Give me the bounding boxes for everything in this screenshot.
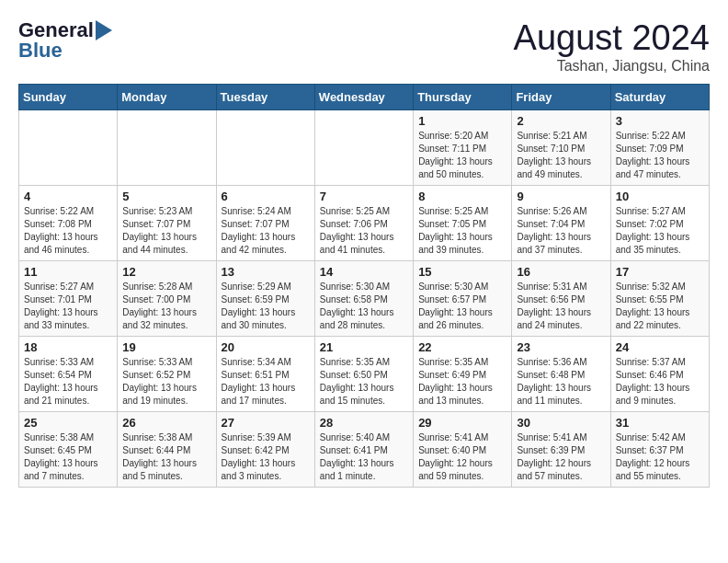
day-number: 7 [320,190,408,203]
day-info: Sunrise: 5:27 AM Sunset: 7:01 PM Dayligh… [24,281,112,332]
day-info: Sunrise: 5:24 AM Sunset: 7:07 PM Dayligh… [222,205,310,257]
logo-arrow-icon [96,20,112,40]
day-number: 29 [418,416,506,430]
calendar-cell: 2Sunrise: 5:21 AM Sunset: 7:10 PM Daylig… [512,110,610,186]
calendar-cell: 24Sunrise: 5:37 AM Sunset: 6:46 PM Dayli… [610,337,709,412]
calendar-cell: 3Sunrise: 5:22 AM Sunset: 7:09 PM Daylig… [610,110,709,186]
day-number: 20 [222,340,310,354]
calendar-cell: 23Sunrise: 5:36 AM Sunset: 6:48 PM Dayli… [512,337,610,412]
weekday-header-saturday: Saturday [610,85,709,110]
day-number: 21 [320,340,408,354]
day-info: Sunrise: 5:38 AM Sunset: 6:44 PM Dayligh… [122,431,210,483]
calendar-cell [118,110,216,186]
week-row-3: 11Sunrise: 5:27 AM Sunset: 7:01 PM Dayli… [19,261,710,337]
day-number: 10 [616,190,704,203]
day-number: 17 [616,265,704,279]
day-number: 19 [122,340,210,354]
day-info: Sunrise: 5:40 AM Sunset: 6:41 PM Dayligh… [320,431,408,483]
day-number: 31 [616,416,704,430]
calendar-cell: 4Sunrise: 5:22 AM Sunset: 7:08 PM Daylig… [19,186,118,261]
day-info: Sunrise: 5:41 AM Sunset: 6:40 PM Dayligh… [418,431,506,483]
calendar-cell [19,110,118,186]
day-number: 8 [418,190,506,203]
week-row-1: 1Sunrise: 5:20 AM Sunset: 7:11 PM Daylig… [19,110,710,186]
weekday-header-thursday: Thursday [414,85,512,110]
calendar-cell: 31Sunrise: 5:42 AM Sunset: 6:37 PM Dayli… [610,412,709,488]
calendar-cell: 22Sunrise: 5:35 AM Sunset: 6:49 PM Dayli… [414,337,512,412]
calendar-cell: 20Sunrise: 5:34 AM Sunset: 6:51 PM Dayli… [216,337,314,412]
day-number: 24 [616,340,704,354]
day-info: Sunrise: 5:35 AM Sunset: 6:49 PM Dayligh… [418,356,506,408]
week-row-4: 18Sunrise: 5:33 AM Sunset: 6:54 PM Dayli… [19,337,710,412]
page-header: General Blue August 2024 Tashan, Jiangsu… [18,18,710,75]
day-number: 1 [418,114,506,128]
day-info: Sunrise: 5:25 AM Sunset: 7:06 PM Dayligh… [320,205,408,257]
week-row-5: 25Sunrise: 5:38 AM Sunset: 6:45 PM Dayli… [19,412,710,488]
day-number: 2 [517,114,605,128]
day-info: Sunrise: 5:30 AM Sunset: 6:58 PM Dayligh… [320,281,408,332]
day-info: Sunrise: 5:30 AM Sunset: 6:57 PM Dayligh… [418,281,506,332]
calendar-cell: 11Sunrise: 5:27 AM Sunset: 7:01 PM Dayli… [19,261,118,337]
day-number: 23 [517,340,605,354]
calendar-table: SundayMondayTuesdayWednesdayThursdayFrid… [18,84,710,488]
day-info: Sunrise: 5:29 AM Sunset: 6:59 PM Dayligh… [222,281,310,332]
calendar-cell: 26Sunrise: 5:38 AM Sunset: 6:44 PM Dayli… [118,412,216,488]
day-info: Sunrise: 5:33 AM Sunset: 6:52 PM Dayligh… [122,356,210,408]
location-text: Tashan, Jiangsu, China [514,58,710,75]
day-info: Sunrise: 5:27 AM Sunset: 7:02 PM Dayligh… [616,205,704,257]
day-number: 22 [418,340,506,354]
calendar-cell: 6Sunrise: 5:24 AM Sunset: 7:07 PM Daylig… [216,186,314,261]
calendar-cell: 29Sunrise: 5:41 AM Sunset: 6:40 PM Dayli… [414,412,512,488]
day-number: 12 [122,265,210,279]
day-number: 5 [122,190,210,203]
day-number: 14 [320,265,408,279]
day-info: Sunrise: 5:38 AM Sunset: 6:45 PM Dayligh… [24,431,112,483]
day-info: Sunrise: 5:36 AM Sunset: 6:48 PM Dayligh… [517,356,605,408]
month-title: August 2024 [514,18,710,58]
calendar-cell: 21Sunrise: 5:35 AM Sunset: 6:50 PM Dayli… [314,337,413,412]
day-info: Sunrise: 5:41 AM Sunset: 6:39 PM Dayligh… [517,431,605,483]
calendar-cell: 1Sunrise: 5:20 AM Sunset: 7:11 PM Daylig… [414,110,512,186]
calendar-cell: 19Sunrise: 5:33 AM Sunset: 6:52 PM Dayli… [118,337,216,412]
calendar-cell: 8Sunrise: 5:25 AM Sunset: 7:05 PM Daylig… [414,186,512,261]
day-info: Sunrise: 5:25 AM Sunset: 7:05 PM Dayligh… [418,205,506,257]
weekday-header-wednesday: Wednesday [314,85,413,110]
logo: General Blue [18,18,112,63]
day-number: 11 [24,265,112,279]
weekday-header-friday: Friday [512,85,610,110]
day-info: Sunrise: 5:34 AM Sunset: 6:51 PM Dayligh… [222,356,310,408]
title-area: August 2024 Tashan, Jiangsu, China [514,18,710,75]
calendar-cell: 7Sunrise: 5:25 AM Sunset: 7:06 PM Daylig… [314,186,413,261]
day-number: 28 [320,416,408,430]
weekday-header-sunday: Sunday [19,85,118,110]
day-number: 9 [517,190,605,203]
calendar-cell: 12Sunrise: 5:28 AM Sunset: 7:00 PM Dayli… [118,261,216,337]
day-number: 16 [517,265,605,279]
day-info: Sunrise: 5:23 AM Sunset: 7:07 PM Dayligh… [122,205,210,257]
logo-blue-text: Blue [18,39,63,63]
calendar-cell: 9Sunrise: 5:26 AM Sunset: 7:04 PM Daylig… [512,186,610,261]
day-info: Sunrise: 5:20 AM Sunset: 7:11 PM Dayligh… [418,130,506,181]
day-info: Sunrise: 5:21 AM Sunset: 7:10 PM Dayligh… [517,130,605,181]
day-info: Sunrise: 5:22 AM Sunset: 7:09 PM Dayligh… [616,130,704,181]
weekday-header-monday: Monday [118,85,216,110]
day-number: 3 [616,114,704,128]
calendar-cell: 13Sunrise: 5:29 AM Sunset: 6:59 PM Dayli… [216,261,314,337]
day-info: Sunrise: 5:26 AM Sunset: 7:04 PM Dayligh… [517,205,605,257]
day-info: Sunrise: 5:35 AM Sunset: 6:50 PM Dayligh… [320,356,408,408]
calendar-cell: 15Sunrise: 5:30 AM Sunset: 6:57 PM Dayli… [414,261,512,337]
day-info: Sunrise: 5:31 AM Sunset: 6:56 PM Dayligh… [517,281,605,332]
calendar-cell: 14Sunrise: 5:30 AM Sunset: 6:58 PM Dayli… [314,261,413,337]
svg-marker-0 [96,20,112,40]
calendar-cell: 16Sunrise: 5:31 AM Sunset: 6:56 PM Dayli… [512,261,610,337]
day-info: Sunrise: 5:33 AM Sunset: 6:54 PM Dayligh… [24,356,112,408]
calendar-cell: 17Sunrise: 5:32 AM Sunset: 6:55 PM Dayli… [610,261,709,337]
weekday-header-tuesday: Tuesday [216,85,314,110]
day-number: 30 [517,416,605,430]
day-info: Sunrise: 5:42 AM Sunset: 6:37 PM Dayligh… [616,431,704,483]
calendar-cell: 28Sunrise: 5:40 AM Sunset: 6:41 PM Dayli… [314,412,413,488]
calendar-cell: 27Sunrise: 5:39 AM Sunset: 6:42 PM Dayli… [216,412,314,488]
day-number: 27 [222,416,310,430]
day-info: Sunrise: 5:22 AM Sunset: 7:08 PM Dayligh… [24,205,112,257]
week-row-2: 4Sunrise: 5:22 AM Sunset: 7:08 PM Daylig… [19,186,710,261]
